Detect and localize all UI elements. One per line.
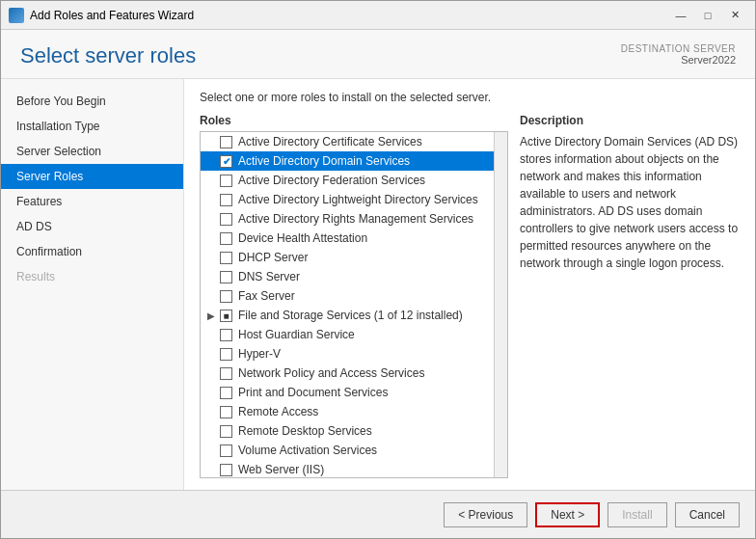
main-area: Before You BeginInstallation TypeServer … [1, 79, 755, 490]
maximize-button[interactable]: □ [695, 6, 720, 25]
role-checkbox-adrms[interactable] [220, 213, 232, 226]
role-item-fstorage[interactable]: ▶■File and Storage Services (1 of 12 ins… [201, 306, 507, 325]
window-title: Add Roles and Features Wizard [30, 9, 668, 22]
install-button[interactable]: Install [608, 502, 666, 527]
expand-icon-vas [204, 444, 218, 457]
app-icon [9, 8, 24, 23]
roles-description-area: Roles Active Directory Certificate Servi… [200, 114, 740, 478]
sidebar-item-installation-type[interactable]: Installation Type [1, 114, 183, 139]
role-checkbox-adlds[interactable] [220, 194, 232, 206]
role-item-adfs[interactable]: Active Directory Federation Services [201, 171, 507, 190]
expand-icon-npas [204, 366, 218, 380]
role-item-dha[interactable]: Device Health Attestation [201, 229, 507, 248]
footer: < Previous Next > Install Cancel [1, 490, 755, 538]
role-item-fax[interactable]: Fax Server [201, 286, 507, 306]
expand-icon-fax [204, 289, 218, 303]
role-label-dhcp: DHCP Server [238, 251, 308, 264]
role-checkbox-dha[interactable] [220, 232, 232, 245]
role-item-adcs[interactable]: Active Directory Certificate Services [201, 132, 507, 151]
role-checkbox-rds[interactable] [220, 425, 232, 438]
role-item-pds[interactable]: Print and Document Services [201, 383, 507, 402]
role-checkbox-dns[interactable] [220, 271, 232, 283]
role-item-npas[interactable]: Network Policy and Access Services [201, 364, 507, 383]
expand-icon-adrms [204, 212, 218, 226]
role-item-rds[interactable]: Remote Desktop Services [201, 421, 507, 441]
role-label-dns: DNS Server [238, 270, 300, 283]
role-item-hyperv[interactable]: Hyper-V [201, 344, 507, 364]
role-checkbox-hyperv[interactable] [220, 348, 232, 361]
page-header: Select server roles DESTINATION SERVER S… [1, 30, 755, 79]
role-checkbox-hostguardian[interactable] [220, 329, 232, 341]
expand-icon-hyperv [204, 347, 218, 361]
main-content: Select one or more roles to install on t… [184, 79, 755, 490]
expand-icon-dhcp [204, 251, 218, 264]
role-checkbox-fax[interactable] [220, 290, 232, 303]
role-label-iis: Web Server (IIS) [238, 463, 324, 476]
scrollbar[interactable] [494, 132, 507, 477]
role-item-dns[interactable]: DNS Server [201, 267, 507, 286]
expand-icon-fstorage[interactable]: ▶ [204, 309, 218, 322]
role-checkbox-ra[interactable] [220, 406, 232, 418]
minimize-button[interactable]: — [668, 6, 693, 25]
expand-icon-dns [204, 270, 218, 283]
role-label-fstorage: File and Storage Services (1 of 12 insta… [238, 309, 463, 322]
role-label-pds: Print and Document Services [238, 386, 388, 399]
role-checkbox-adcs[interactable] [220, 136, 232, 148]
role-item-adds[interactable]: ✔Active Directory Domain Services [201, 151, 507, 171]
role-checkbox-vas[interactable] [220, 445, 232, 457]
role-item-iis[interactable]: Web Server (IIS) [201, 460, 507, 478]
window-controls: — □ ✕ [668, 6, 747, 25]
description-panel: Description Active Directory Domain Serv… [520, 114, 740, 478]
role-checkbox-fstorage[interactable]: ■ [220, 310, 232, 322]
sidebar-item-confirmation[interactable]: Confirmation [1, 239, 183, 264]
roles-list-container[interactable]: Active Directory Certificate Services✔Ac… [200, 131, 508, 478]
role-checkbox-adfs[interactable] [220, 175, 232, 187]
role-item-vas[interactable]: Volume Activation Services [201, 441, 507, 460]
description-header: Description [520, 114, 740, 127]
expand-icon-dha [204, 231, 218, 245]
cancel-button[interactable]: Cancel [675, 502, 740, 527]
role-label-npas: Network Policy and Access Services [238, 366, 424, 380]
role-label-adcs: Active Directory Certificate Services [238, 135, 422, 148]
page-title: Select server roles [20, 43, 196, 68]
expand-icon-adcs [204, 135, 218, 148]
expand-icon-iis [204, 463, 218, 476]
role-label-vas: Volume Activation Services [238, 444, 377, 457]
previous-button[interactable]: < Previous [444, 502, 527, 527]
instruction-text: Select one or more roles to install on t… [200, 91, 740, 104]
destination-server-info: DESTINATION SERVER Server2022 [621, 43, 736, 66]
sidebar-item-server-selection[interactable]: Server Selection [1, 139, 183, 164]
role-checkbox-dhcp[interactable] [220, 252, 232, 264]
role-label-adds: Active Directory Domain Services [238, 154, 410, 168]
sidebar-item-before-you-begin[interactable]: Before You Begin [1, 89, 183, 114]
expand-icon-pds [204, 386, 218, 399]
description-text: Active Directory Domain Services (AD DS)… [520, 133, 740, 272]
roles-panel: Roles Active Directory Certificate Servi… [200, 114, 508, 478]
role-label-hostguardian: Host Guardian Service [238, 328, 355, 341]
role-label-adfs: Active Directory Federation Services [238, 174, 425, 187]
role-item-ra[interactable]: Remote Access [201, 402, 507, 421]
expand-icon-adds [204, 154, 218, 168]
role-checkbox-adds[interactable]: ✔ [220, 155, 232, 168]
roles-header: Roles [200, 114, 508, 127]
expand-icon-adlds [204, 193, 218, 206]
close-button[interactable]: ✕ [722, 6, 747, 25]
sidebar-item-features[interactable]: Features [1, 189, 183, 214]
title-bar: Add Roles and Features Wizard — □ ✕ [1, 1, 755, 30]
role-checkbox-npas[interactable] [220, 367, 232, 380]
sidebar-item-server-roles[interactable]: Server Roles [1, 164, 183, 189]
sidebar: Before You BeginInstallation TypeServer … [1, 79, 184, 490]
role-checkbox-iis[interactable] [220, 464, 232, 476]
window-content: Select server roles DESTINATION SERVER S… [1, 30, 755, 538]
next-button[interactable]: Next > [535, 502, 600, 527]
role-item-adlds[interactable]: Active Directory Lightweight Directory S… [201, 190, 507, 209]
server-name: Server2022 [621, 54, 736, 66]
role-item-adrms[interactable]: Active Directory Rights Management Servi… [201, 209, 507, 229]
role-item-hostguardian[interactable]: Host Guardian Service [201, 325, 507, 344]
sidebar-item-ad-ds[interactable]: AD DS [1, 214, 183, 239]
expand-icon-ra [204, 405, 218, 418]
role-item-dhcp[interactable]: DHCP Server [201, 248, 507, 267]
role-label-hyperv: Hyper-V [238, 347, 281, 361]
role-checkbox-pds[interactable] [220, 387, 232, 399]
main-window: Add Roles and Features Wizard — □ ✕ Sele… [0, 0, 756, 539]
